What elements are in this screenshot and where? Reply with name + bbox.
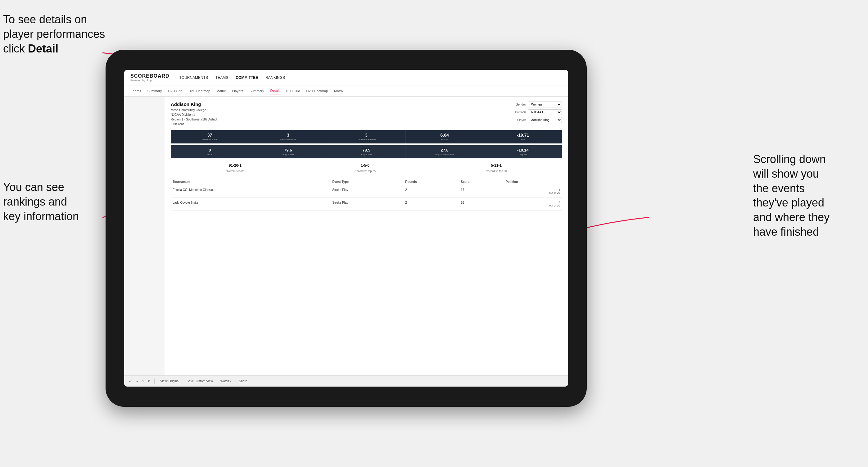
division-label: Division bbox=[510, 111, 526, 114]
player-info: Addison King Mesa Community College NJCA… bbox=[171, 101, 217, 126]
nav-rankings[interactable]: RANKINGS bbox=[265, 74, 286, 81]
gender-label: Gender bbox=[510, 103, 526, 106]
main-content: Addison King Mesa Community College NJCA… bbox=[124, 97, 568, 375]
toolbar-refresh[interactable]: ⟳ bbox=[142, 379, 144, 383]
stats-grid-row2: 0 Wins 79.6 Avg Score 78.5 Adj Score 27.… bbox=[171, 145, 562, 158]
player-year: First Year bbox=[171, 122, 217, 126]
record-top25: 1-5-0 Record vs top 25 bbox=[354, 163, 376, 173]
annotation-right: Scrolling down will show you the events … bbox=[753, 152, 865, 240]
nav-committee[interactable]: COMMITTEE bbox=[235, 74, 258, 81]
tab-matrix[interactable]: Matrix bbox=[216, 88, 226, 94]
tab-h2h-grid2[interactable]: H2H Grid bbox=[285, 88, 301, 94]
rounds-1: 2 bbox=[403, 185, 459, 198]
gender-select[interactable]: Women bbox=[528, 101, 562, 107]
rounds-2: 2 bbox=[403, 198, 459, 211]
player-label: Player bbox=[510, 118, 526, 122]
tab-h2h-heatmap[interactable]: H2H Heatmap bbox=[188, 88, 211, 94]
col-position: Position bbox=[504, 179, 562, 185]
annotation-bottom-left: You can see rankings and key information bbox=[3, 180, 108, 224]
toolbar-redo[interactable]: ↪ bbox=[135, 379, 138, 383]
logo-area: SCOREBOARD Powered by clippd bbox=[130, 73, 169, 82]
nav-tournaments[interactable]: TOURNAMENTS bbox=[179, 74, 209, 81]
tab-matrix2[interactable]: Matrix bbox=[333, 88, 344, 94]
stat-regional-rank: 3 Regional Rank bbox=[249, 130, 327, 144]
sub-nav: Teams Summary H2H Grid H2H Heatmap Matri… bbox=[124, 85, 568, 97]
position-1: 4 out of 20 bbox=[504, 185, 562, 198]
toolbar-view-original[interactable]: View: Original bbox=[158, 378, 181, 384]
tab-h2h-grid[interactable]: H2H Grid bbox=[167, 88, 183, 94]
nav-teams[interactable]: TEAMS bbox=[215, 74, 229, 81]
gender-control: Gender Women bbox=[510, 101, 562, 107]
player-region: Region 1 - Southwest (18) District bbox=[171, 117, 217, 122]
tournament-name-2: Lady Coyote Invite bbox=[171, 198, 330, 211]
stat-national-rank: 37 National Rank bbox=[171, 130, 249, 144]
app-nav: SCOREBOARD Powered by clippd TOURNAMENTS… bbox=[124, 70, 568, 85]
player-select[interactable]: Addison King bbox=[528, 117, 562, 123]
stat-avg-score: 79.6 Avg Score bbox=[249, 145, 327, 158]
player-control: Player Addison King bbox=[510, 117, 562, 123]
position-2: 7 out of 20 bbox=[504, 198, 562, 211]
tab-detail[interactable]: Detail bbox=[270, 88, 280, 94]
col-tournament: Tournament bbox=[171, 179, 330, 185]
score-2: 16 bbox=[459, 198, 504, 211]
stat-avg-score-par: 27.8 Avg Score to Par bbox=[406, 145, 484, 158]
tab-h2h-heatmap2[interactable]: H2H Heatmap bbox=[306, 88, 329, 94]
player-college: Mesa Community College bbox=[171, 108, 217, 113]
stat-points: 6.04 Points bbox=[406, 130, 484, 144]
annotation-top-left: To see details on player performances cl… bbox=[3, 12, 108, 56]
stats-grid-row1: 37 National Rank 3 Regional Rank 3 Confe… bbox=[171, 130, 562, 144]
player-name: Addison King bbox=[171, 101, 217, 107]
event-type-1: Stroke Play bbox=[330, 185, 403, 198]
tournament-name-1: Estella CC- Mountain Classic bbox=[171, 185, 330, 198]
tablet-device: SCOREBOARD Powered by clippd TOURNAMENTS… bbox=[105, 50, 587, 407]
stat-avg-sg: -10.14 Avg SG bbox=[484, 145, 562, 158]
stat-sos: -19.71 SoS bbox=[484, 130, 562, 144]
tab-players[interactable]: Players bbox=[231, 88, 244, 94]
toolbar-share[interactable]: Share bbox=[237, 378, 249, 384]
record-top50: 5-11-1 Record vs top 50 bbox=[486, 163, 507, 173]
event-type-2: Stroke Play bbox=[330, 198, 403, 211]
division-control: Division NJCAA I bbox=[510, 109, 562, 115]
right-panel: Addison King Mesa Community College NJCA… bbox=[164, 97, 568, 375]
toolbar-undo[interactable]: ↩ bbox=[129, 379, 132, 383]
player-division: NJCAA Division 1 bbox=[171, 113, 217, 117]
record-overall: 91-20-1 Overall Record bbox=[226, 163, 244, 173]
player-controls: Gender Women Division NJCAA I bbox=[510, 101, 562, 126]
toolbar-save-custom[interactable]: Save Custom View bbox=[185, 378, 215, 384]
stat-conference-rank: 3 Conference Rank bbox=[327, 130, 405, 144]
bottom-toolbar: ↩ ↪ ⟳ ⚙ View: Original Save Custom View … bbox=[124, 375, 568, 386]
col-score: Score bbox=[459, 179, 504, 185]
division-select[interactable]: NJCAA I bbox=[528, 109, 562, 115]
toolbar-sep bbox=[154, 378, 155, 384]
app-logo: SCOREBOARD bbox=[130, 73, 169, 79]
col-event-type: Event Type bbox=[330, 179, 403, 185]
left-panel bbox=[124, 97, 164, 375]
stat-wins: 0 Wins bbox=[171, 145, 249, 158]
tablet-screen: SCOREBOARD Powered by clippd TOURNAMENTS… bbox=[124, 70, 568, 386]
tab-teams[interactable]: Teams bbox=[130, 88, 142, 94]
tab-summary2[interactable]: Summary bbox=[249, 88, 265, 94]
records-row: 91-20-1 Overall Record 1-5-0 Record vs t… bbox=[171, 162, 562, 175]
col-rounds: Rounds bbox=[403, 179, 459, 185]
tab-summary[interactable]: Summary bbox=[147, 88, 162, 94]
table-row: Estella CC- Mountain Classic Stroke Play… bbox=[171, 185, 562, 198]
player-header: Addison King Mesa Community College NJCA… bbox=[171, 101, 562, 126]
app-logo-sub: Powered by clippd bbox=[130, 79, 169, 82]
score-1: 17 bbox=[459, 185, 504, 198]
events-table: Tournament Event Type Rounds Score Posit… bbox=[171, 179, 562, 211]
toolbar-settings[interactable]: ⚙ bbox=[148, 379, 151, 383]
table-row: Lady Coyote Invite Stroke Play 2 16 7 ou… bbox=[171, 198, 562, 211]
toolbar-watch[interactable]: Watch ▾ bbox=[219, 378, 234, 384]
stat-adj-score: 78.5 Adj Score bbox=[327, 145, 405, 158]
main-nav: TOURNAMENTS TEAMS COMMITTEE RANKINGS bbox=[179, 74, 286, 81]
